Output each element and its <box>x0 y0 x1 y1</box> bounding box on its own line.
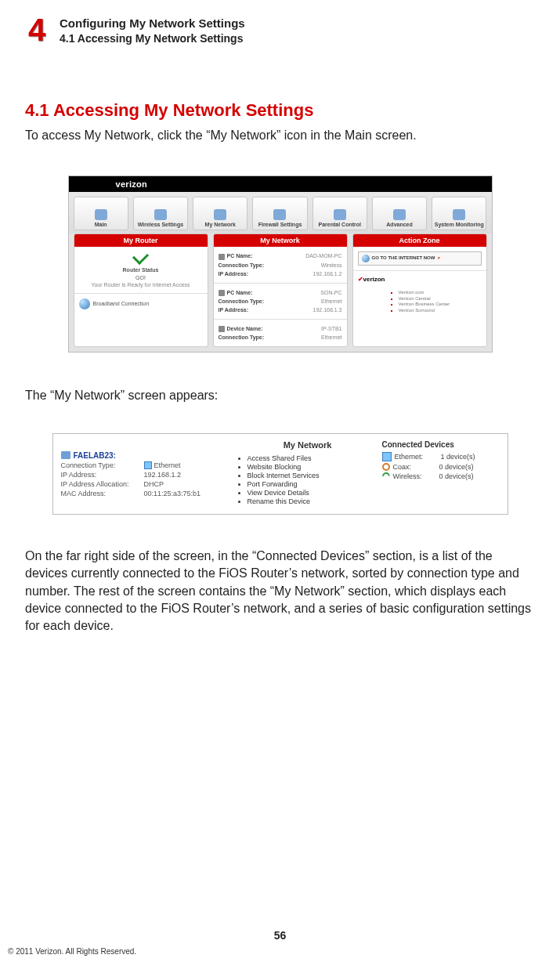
verizon-link[interactable]: Verizon Business Center <box>399 302 482 308</box>
device-action-link[interactable]: Website Blocking <box>247 463 382 471</box>
tab-icon <box>393 209 406 220</box>
tab-label: System Monitoring <box>435 222 484 227</box>
device-field: IP Address Allocation:DHCP <box>61 480 233 488</box>
device-action-link[interactable]: Block Internet Services <box>247 472 382 479</box>
network-info-row: Connection Type:Ethernet <box>219 333 342 342</box>
connection-type-label: Wireless: <box>393 472 436 480</box>
router-status-value: GO! <box>79 274 203 281</box>
info-key: Connection Type: <box>219 262 265 269</box>
network-info-row: IP Address:192.168.1.3 <box>219 306 342 314</box>
network-info-row: Device Name:IP-STB1 <box>219 324 342 333</box>
broadband-connection-label: Broadband Connection <box>93 300 150 307</box>
connection-type-label: Ethernet: <box>395 453 438 461</box>
chapter-number: 4 <box>25 14 49 45</box>
tab-icon <box>95 209 107 220</box>
description-paragraph: On the far right side of the screen, in … <box>25 548 535 635</box>
tab-label: Wireless Settings <box>138 222 183 227</box>
info-key: PC Name: <box>219 252 253 259</box>
field-value: 192.168.1.2 <box>144 471 182 479</box>
device-action-link[interactable]: Rename this Device <box>247 497 382 505</box>
field-value: 00:11:25:a3:75:b1 <box>144 490 201 497</box>
network-info-row: Connection Type:Wireless <box>219 261 342 269</box>
router-status-note: Your Router is Ready for Internet Access <box>79 281 203 288</box>
device-count: 0 device(s) <box>439 472 474 480</box>
info-key: Device Name: <box>219 325 263 332</box>
go-to-internet-button[interactable]: GO TO THE INTERNET NOW > <box>358 251 482 266</box>
field-value: DHCP <box>144 480 164 488</box>
nav-tab[interactable]: My Network <box>193 197 247 230</box>
nav-tab[interactable]: Wireless Settings <box>133 197 188 230</box>
connected-devices-title: Connected Devices <box>382 440 500 449</box>
info-value: 192.168.1.3 <box>313 306 342 313</box>
info-key: Connection Type: <box>219 298 265 305</box>
device-icon <box>219 326 225 332</box>
network-info-row: PC Name:SON-PC <box>219 288 342 297</box>
intro-paragraph: To access My Network, click the “My Netw… <box>25 127 535 144</box>
nav-tab[interactable]: Parental Control <box>313 197 367 230</box>
router-status-label: Router Status <box>79 266 203 273</box>
globe-icon <box>362 255 370 262</box>
screenshot-main-screen: verizon MainWireless SettingsMy NetworkF… <box>68 175 493 353</box>
verizon-link[interactable]: Verizon.com <box>399 290 482 296</box>
info-key: Connection Type: <box>219 334 265 341</box>
copyright-text: © 2011 Verizon. All Rights Reserved. <box>8 947 136 956</box>
globe-icon <box>79 298 90 309</box>
nav-tab[interactable]: Advanced <box>372 197 427 230</box>
tab-label: Parental Control <box>319 222 361 227</box>
mid-paragraph: The “My Network” screen appears: <box>25 387 535 404</box>
section-heading: 4.1 Accessing My Network Settings <box>25 100 535 121</box>
verizon-link[interactable]: Verizon Surround <box>399 308 482 314</box>
tab-label: Advanced <box>386 222 412 227</box>
nav-tab[interactable]: System Monitoring <box>432 197 486 230</box>
info-key: IP Address: <box>219 306 249 313</box>
device-action-link[interactable]: View Device Details <box>247 489 382 497</box>
field-value: Ethernet <box>144 461 181 470</box>
check-icon <box>132 248 149 265</box>
info-value: Wireless <box>321 262 342 269</box>
network-info-row: Connection Type:Ethernet <box>219 297 342 306</box>
panel-my-router-title: My Router <box>74 234 208 247</box>
device-name[interactable]: FAELAB23: <box>61 451 233 460</box>
network-info-row: PC Name:DAD-MOM-PC <box>219 251 342 260</box>
panel-my-network-title: My Network <box>214 234 347 247</box>
tab-label: Firewall Settings <box>258 222 302 227</box>
device-action-link[interactable]: Port Forwarding <box>247 480 382 488</box>
wifi-icon <box>382 472 390 480</box>
tab-icon <box>154 209 167 220</box>
tab-icon <box>214 209 226 220</box>
ethernet-icon <box>144 461 152 469</box>
info-value: DAD-MOM-PC <box>305 252 341 259</box>
screenshot-my-network: FAELAB23: Connection Type:EthernetIP Add… <box>52 433 508 515</box>
pc-icon <box>61 451 70 459</box>
info-value: 192.168.1.2 <box>313 270 342 277</box>
device-count: 0 device(s) <box>439 463 474 471</box>
tab-label: My Network <box>205 222 236 227</box>
info-value: Ethernet <box>321 334 341 341</box>
tab-icon <box>453 209 465 220</box>
eth-icon <box>382 452 392 461</box>
coax-icon <box>382 463 390 471</box>
tab-icon <box>334 209 346 220</box>
nav-tab[interactable]: Main <box>74 197 128 230</box>
device-count: 1 device(s) <box>441 453 475 461</box>
field-key: IP Address Allocation: <box>61 480 139 488</box>
device-field: MAC Address:00:11:25:a3:75:b1 <box>61 490 233 497</box>
info-key: IP Address: <box>219 270 249 277</box>
verizon-link[interactable]: Verizon Central <box>399 296 482 302</box>
info-value: IP-STB1 <box>321 325 341 332</box>
chevron-right-icon: > <box>437 255 440 262</box>
tab-label: Main <box>95 222 107 227</box>
field-key: Connection Type: <box>61 461 139 470</box>
connected-device-row: Ethernet:1 device(s) <box>382 452 500 461</box>
info-value: SON-PC <box>320 289 341 296</box>
device-action-link[interactable]: Access Shared Files <box>247 454 382 462</box>
my-network-panel-title: My Network <box>233 440 382 450</box>
field-key: MAC Address: <box>61 490 139 497</box>
tab-icon <box>273 209 286 220</box>
verizon-small-logo: ✔verizon <box>358 276 482 284</box>
chapter-title: Configuring My Network Settings <box>60 16 245 31</box>
page-number: 56 <box>0 929 560 942</box>
connected-device-row: Wireless:0 device(s) <box>382 472 500 480</box>
nav-tab[interactable]: Firewall Settings <box>252 197 307 230</box>
chapter-section-label: 4.1 Accessing My Network Settings <box>60 32 245 45</box>
